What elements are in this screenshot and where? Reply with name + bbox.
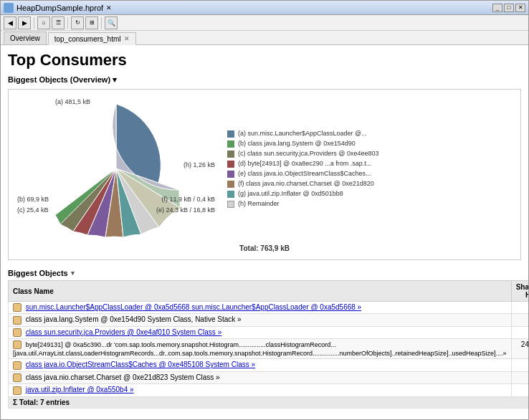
table-row: class sun.security.jca.Providers @ 0xe4a… xyxy=(9,326,529,338)
legend-label-f: (f) class java.nio.charset.Charset @ 0xe… xyxy=(238,180,374,187)
row-7-icon xyxy=(13,386,22,395)
row-7-name: java.util.zip.Inflater @ 0xa550b4 » xyxy=(9,384,512,396)
tab-close-icon[interactable]: ✕ xyxy=(124,35,130,42)
row-5-shallow: 16 xyxy=(511,359,528,371)
pie-label-b: (b) 69,9 kB xyxy=(17,196,49,203)
chart-total: Total: 763,9 kB xyxy=(239,244,290,252)
legend-color-e xyxy=(227,171,234,178)
toolbar: ◀ ▶ ⌂ ☰ ↻ ⊞ 🔍 xyxy=(1,15,528,31)
legend-label-b: (b) class java.lang.System @ 0xe154d90 xyxy=(238,140,356,147)
window-title: HeapDumpSample.hprof xyxy=(16,4,103,12)
app-icon xyxy=(4,3,14,13)
legend-item-d: (d) byte[24913] @ 0xa8ec290 ...a from .s… xyxy=(227,160,513,168)
tabs-bar: Overview top_consumers_html ✕ xyxy=(1,31,528,45)
home-button[interactable]: ⌂ xyxy=(37,16,50,29)
minimize-button[interactable]: _ xyxy=(492,4,502,12)
col-header-class-name: Class Name xyxy=(9,281,512,302)
row-7-link[interactable]: java.util.zip.Inflater @ 0xa550b4 » xyxy=(26,386,134,393)
row-4-shallow: 24,929 xyxy=(511,339,528,359)
pie-chart-container: (a) 481,5 kB (b) 69,9 kB (c) 25,4 kB (f)… xyxy=(8,89,521,260)
objects-section-header: Biggest Objects ▾ xyxy=(8,269,521,277)
objects-table-section: Biggest Objects ▾ Class Name ShallowHeap… xyxy=(8,269,521,409)
legend-item-g: (g) java.util.zip.Inflater @ 0xd501bb8 xyxy=(227,190,513,198)
main-window: HeapDumpSample.hprof ✕ _ □ ✕ ◀ ▶ ⌂ ☰ ↻ ⊞… xyxy=(0,0,529,420)
row-2-shallow: 24 xyxy=(511,314,528,326)
list-button[interactable]: ☰ xyxy=(52,16,65,29)
tab-overview-label: Overview xyxy=(10,34,40,42)
table-row: class java.io.ObjectStreamClass$Caches @… xyxy=(9,359,529,371)
row-1-icon xyxy=(13,303,22,312)
row-4-icon xyxy=(13,340,22,349)
objects-table: Class Name ShallowHeap RetainedHeap sun.… xyxy=(8,280,528,409)
legend-item-h: (h) Remainder xyxy=(227,200,513,208)
table-header-row: Class Name ShallowHeap RetainedHeap xyxy=(9,281,529,302)
legend-label-a: (a) sun.misc.Launcher$AppClassLoader @..… xyxy=(238,130,367,137)
row-5-icon xyxy=(13,361,22,370)
pie-chart-svg xyxy=(16,97,216,240)
forward-button[interactable]: ▶ xyxy=(18,16,31,29)
table-row: sun.misc.Launcher$AppClassLoader @ 0xa5d… xyxy=(9,302,529,314)
legend-color-c xyxy=(227,151,234,158)
row-6-text: class java.nio.charset.Charset @ 0xe21d8… xyxy=(26,373,220,381)
legend-color-g xyxy=(227,191,234,198)
row-5-link[interactable]: class java.io.ObjectStreamClass$Caches @… xyxy=(26,361,255,368)
expand-button[interactable]: ⊞ xyxy=(85,16,98,29)
page-title: Top Consumers xyxy=(8,51,521,70)
row-6-shallow: 40 xyxy=(511,371,528,383)
title-bar: HeapDumpSample.hprof ✕ _ □ ✕ xyxy=(1,1,528,15)
legend-label-g: (g) java.util.zip.Inflater @ 0xd501bb8 xyxy=(238,190,343,197)
maximize-button[interactable]: □ xyxy=(504,4,514,12)
title-close-icon[interactable]: ✕ xyxy=(106,4,112,11)
row-5-name: class java.io.ObjectStreamClass$Caches @… xyxy=(9,359,512,371)
title-bar-left: HeapDumpSample.hprof ✕ xyxy=(4,3,112,13)
pie-label-h: (h) 1,26 kB xyxy=(184,161,215,168)
legend-label-e: (e) class java.io.ObjectStreamClass$Cach… xyxy=(238,170,371,177)
row-4-text: byte[249131] @ 0xa5c390...dr 'com.sap.to… xyxy=(13,341,507,357)
row-1-link[interactable]: sun.misc.Launcher$AppClassLoader @ 0xa5d… xyxy=(26,303,361,311)
legend-item-a: (a) sun.misc.Launcher$AppClassLoader @..… xyxy=(227,130,513,138)
legend-color-d xyxy=(227,161,234,168)
refresh-button[interactable]: ↻ xyxy=(71,16,84,29)
toolbar-sep-2 xyxy=(67,17,68,29)
legend-item-f: (f) class java.nio.charset.Charset @ 0xe… xyxy=(227,180,513,188)
legend-item-c: (c) class sun.security.jca.Providers @ 0… xyxy=(227,150,513,158)
legend-color-f xyxy=(227,181,234,188)
pie-label-c: (c) 25,4 kB xyxy=(17,206,49,214)
chart-legend: (a) sun.misc.Launcher$AppClassLoader @..… xyxy=(216,130,513,208)
row-3-link[interactable]: class sun.security.jca.Providers @ 0xe4a… xyxy=(26,328,221,336)
legend-color-b xyxy=(227,140,234,148)
overview-header-label: Biggest Objects (Overview) ▾ xyxy=(8,75,117,85)
objects-header-label: Biggest Objects xyxy=(8,269,68,277)
legend-item-e: (e) class java.io.ObjectStreamClass$Cach… xyxy=(227,170,513,178)
legend-label-c: (c) class sun.security.jca.Providers @ 0… xyxy=(238,150,379,157)
table-footer-row: Σ Total: 7 entries xyxy=(9,396,529,408)
pie-chart-area: (a) 481,5 kB (b) 69,9 kB (c) 25,4 kB (f)… xyxy=(16,97,216,240)
table-row: byte[249131] @ 0xa5c390...dr 'com.sap.to… xyxy=(9,339,529,359)
close-button[interactable]: ✕ xyxy=(515,4,525,12)
legend-color-h xyxy=(227,201,234,208)
overview-section-header: Biggest Objects (Overview) ▾ xyxy=(8,75,521,85)
toolbar-sep-1 xyxy=(34,17,34,29)
row-2-icon xyxy=(13,316,22,325)
row-1-name: sun.misc.Launcher$AppClassLoader @ 0xa5d… xyxy=(9,302,512,314)
row-3-shallow: 24 xyxy=(511,326,528,338)
legend-item-b: (b) class java.lang.System @ 0xe154d90 xyxy=(227,140,513,148)
search-button[interactable]: 🔍 xyxy=(105,16,118,29)
pie-label-f: (f) 11,9 kB / 0,4 kB xyxy=(161,196,215,203)
row-3-icon xyxy=(13,328,22,337)
tab-top-consumers-label: top_consumers_html xyxy=(54,35,121,43)
content-area[interactable]: Top Consumers Biggest Objects (Overview)… xyxy=(1,45,528,419)
tab-top-consumers[interactable]: top_consumers_html ✕ xyxy=(48,32,136,45)
table-row: class java.lang.System @ 0xe154d90 Syste… xyxy=(9,314,529,326)
back-button[interactable]: ◀ xyxy=(4,16,16,29)
table-footer-label: Σ Total: 7 entries xyxy=(9,396,529,408)
table-row: java.util.zip.Inflater @ 0xa550b4 » 32 9… xyxy=(9,384,529,396)
objects-dropdown-arrow[interactable]: ▾ xyxy=(71,269,75,277)
chart-inner: (a) 481,5 kB (b) 69,9 kB (c) 25,4 kB (f)… xyxy=(16,97,513,240)
row-3-name: class sun.security.jca.Providers @ 0xe4a… xyxy=(9,326,512,338)
legend-label-d: (d) byte[24913] @ 0xa8ec290 ...a from .s… xyxy=(238,160,371,167)
tab-overview[interactable]: Overview xyxy=(4,32,47,44)
row-2-name: class java.lang.System @ 0xe154d90 Syste… xyxy=(9,314,512,326)
row-6-name: class java.nio.charset.Charset @ 0xe21d8… xyxy=(9,371,512,383)
row-6-icon xyxy=(13,373,22,382)
